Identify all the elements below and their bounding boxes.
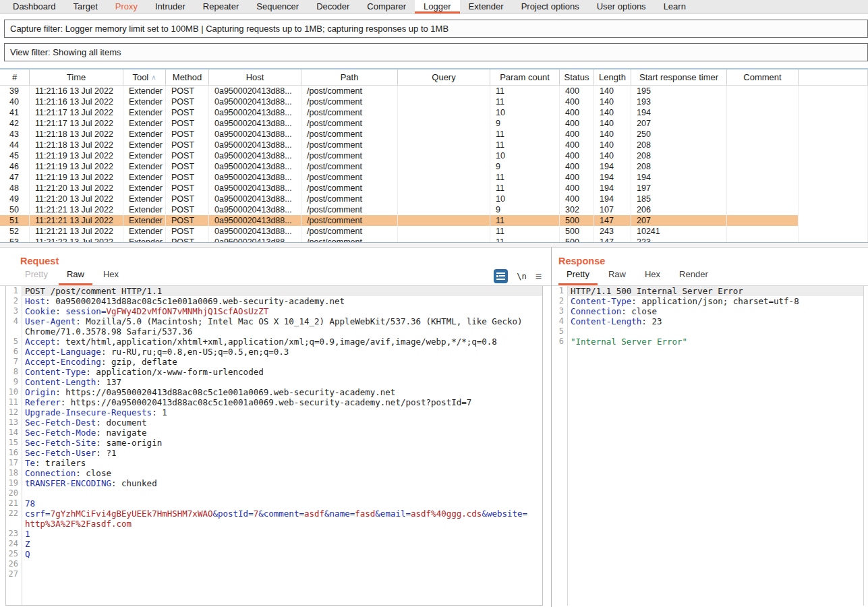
cell-method: POST	[166, 183, 209, 194]
cell-status: 400	[560, 86, 594, 96]
table-row[interactable]: 3911:21:16 13 Jul 2022ExtenderPOST0a9500…	[0, 86, 868, 96]
request-tab-hex[interactable]: Hex	[95, 269, 127, 285]
cell-timer: 194	[631, 107, 727, 118]
editor-line: 1HTTP/1.1 500 Internal Server Error	[552, 286, 863, 296]
table-row[interactable]: 5111:21:21 13 Jul 2022ExtenderPOST0a9500…	[0, 215, 868, 226]
cell-length: 147	[594, 237, 631, 242]
response-editor[interactable]: 1HTTP/1.1 500 Internal Server Error2Cont…	[552, 285, 868, 607]
cell-time: 11:21:21 13 Jul 2022	[30, 226, 123, 237]
cell-host: 0a9500020413d88...	[209, 140, 301, 150]
menu-tab-sequencer[interactable]: Sequencer	[248, 0, 308, 13]
editor-line: 5Accept: text/html,application/xhtml+xml…	[6, 337, 542, 347]
menu-tab-learn[interactable]: Learn	[655, 0, 695, 13]
cell-tool: Extender	[123, 107, 166, 118]
editor-line: 25Q	[6, 549, 542, 559]
table-row[interactable]: 4411:21:18 13 Jul 2022ExtenderPOST0a9500…	[0, 140, 868, 150]
menu-tab-extender[interactable]: Extender	[460, 0, 513, 13]
editor-menu-icon[interactable]: ≡	[536, 271, 542, 282]
column-header-method[interactable]: Method	[166, 69, 209, 86]
cell-time: 11:21:19 13 Jul 2022	[30, 172, 123, 183]
response-tab-hex[interactable]: Hex	[637, 269, 668, 285]
request-editor[interactable]: 1POST /post/comment HTTP/1.12Host: 0a950…	[0, 285, 551, 607]
response-tab-render[interactable]: Render	[671, 269, 716, 285]
cell-length: 147	[594, 215, 631, 226]
editor-line: 27	[6, 569, 542, 579]
menu-tab-logger[interactable]: Logger	[415, 0, 459, 13]
table-row[interactable]: 4611:21:19 13 Jul 2022ExtenderPOST0a9500…	[0, 161, 868, 172]
line-content: Upgrade-Insecure-Requests: 1	[22, 407, 542, 417]
line-content: Accept-Language: ru-RU,ru;q=0.8,en-US;q=…	[22, 347, 542, 357]
show-newlines-icon[interactable]: \n	[517, 272, 526, 281]
table-row[interactable]: 5311:21:22 13 Jul 2022ExtenderPOST0a9500…	[0, 237, 868, 242]
cell-timer: 208	[631, 161, 727, 172]
response-tab-pretty[interactable]: Pretty	[558, 269, 598, 285]
menu-tab-project-options[interactable]: Project options	[513, 0, 588, 13]
menu-tab-user-options[interactable]: User options	[588, 0, 655, 13]
menu-tab-intruder[interactable]: Intruder	[146, 0, 194, 13]
column-header-tool[interactable]: Tool∧	[123, 69, 166, 86]
table-row[interactable]: 4011:21:16 13 Jul 2022ExtenderPOST0a9500…	[0, 96, 868, 107]
cell-method: POST	[166, 226, 209, 237]
line-number: 6	[6, 347, 22, 357]
table-row[interactable]: 4911:21:20 13 Jul 2022ExtenderPOST0a9500…	[0, 194, 868, 204]
menu-tab-dashboard[interactable]: Dashboard	[4, 0, 65, 13]
request-tab-raw[interactable]: Raw	[59, 269, 92, 285]
cell-comment	[727, 194, 799, 204]
cell-query	[398, 107, 490, 118]
column-header-comment[interactable]: Comment	[727, 69, 799, 86]
menu-tab-decoder[interactable]: Decoder	[308, 0, 358, 13]
table-row[interactable]: 4111:21:17 13 Jul 2022ExtenderPOST0a9500…	[0, 107, 868, 118]
editor-line: 231	[6, 529, 542, 539]
column-header-path[interactable]: Path	[301, 69, 398, 86]
cell-comment	[727, 150, 799, 161]
column-header-host[interactable]: Host	[209, 69, 301, 86]
editor-line: 6"Internal Server Error"	[552, 337, 863, 347]
prettify-icon[interactable]	[494, 269, 508, 283]
cell-comment	[727, 107, 799, 118]
table-row[interactable]: 5011:21:21 13 Jul 2022ExtenderPOST0a9500…	[0, 204, 868, 215]
table-row[interactable]: 4511:21:19 13 Jul 2022ExtenderPOST0a9500…	[0, 150, 868, 161]
cell-length: 140	[594, 140, 631, 150]
table-row[interactable]: 4711:21:19 13 Jul 2022ExtenderPOST0a9500…	[0, 172, 868, 183]
column-header-length[interactable]: Length	[594, 69, 631, 86]
menu-tab-comparer[interactable]: Comparer	[358, 0, 415, 13]
table-row[interactable]: 4811:21:20 13 Jul 2022ExtenderPOST0a9500…	[0, 183, 868, 194]
column-header-status[interactable]: Status	[560, 69, 594, 86]
cell-status: 400	[560, 140, 594, 150]
column-header-param-count[interactable]: Param count	[490, 69, 560, 86]
cell-time: 11:21:20 13 Jul 2022	[30, 183, 123, 194]
editor-line: 12Upgrade-Insecure-Requests: 1	[6, 407, 542, 417]
cell-query	[398, 129, 490, 140]
cell-timer: 208	[631, 150, 727, 161]
cell-id: 52	[0, 226, 30, 237]
line-number	[6, 519, 22, 529]
menu-tab-repeater[interactable]: Repeater	[194, 0, 248, 13]
cell-filler	[799, 140, 868, 150]
line-number: 24	[6, 539, 22, 549]
request-tab-pretty[interactable]: Pretty	[17, 269, 56, 285]
column-header-query[interactable]: Query	[398, 69, 490, 86]
cell-timer: 250	[631, 129, 727, 140]
menu-tab-proxy[interactable]: Proxy	[107, 0, 146, 13]
table-row[interactable]: 4311:21:18 13 Jul 2022ExtenderPOST0a9500…	[0, 129, 868, 140]
cell-timer: 185	[631, 194, 727, 204]
horizontal-splitter[interactable]	[0, 242, 868, 248]
cell-time: 11:21:16 13 Jul 2022	[30, 96, 123, 107]
column-header-time[interactable]: Time	[30, 69, 123, 86]
line-content: csrf=7gYzhMCiFvi4gBEyUEEk7HmHSHM7xWAO&po…	[22, 509, 542, 519]
line-number: 1	[6, 286, 22, 296]
menu-tab-target[interactable]: Target	[65, 0, 107, 13]
column-header--[interactable]: #	[0, 69, 30, 86]
editor-line: 16Sec-Fetch-User: ?1	[6, 448, 542, 458]
table-row[interactable]: 5211:21:21 13 Jul 2022ExtenderPOST0a9500…	[0, 226, 868, 237]
capture-filter-bar[interactable]: Capture filter: Logger memory limit set …	[4, 20, 868, 38]
table-row[interactable]: 4211:21:17 13 Jul 2022ExtenderPOST0a9500…	[0, 118, 868, 129]
cell-status: 400	[560, 96, 594, 107]
cell-timer: 10241	[631, 226, 727, 237]
view-filter-bar[interactable]: View filter: Showing all items	[4, 43, 868, 61]
editor-line: 6Accept-Language: ru-RU,ru;q=0.8,en-US;q…	[6, 347, 542, 357]
column-header-start-response-timer[interactable]: Start response timer	[631, 69, 727, 86]
response-tab-raw[interactable]: Raw	[600, 269, 634, 285]
line-number: 19	[6, 478, 22, 488]
line-number: 9	[6, 377, 22, 387]
